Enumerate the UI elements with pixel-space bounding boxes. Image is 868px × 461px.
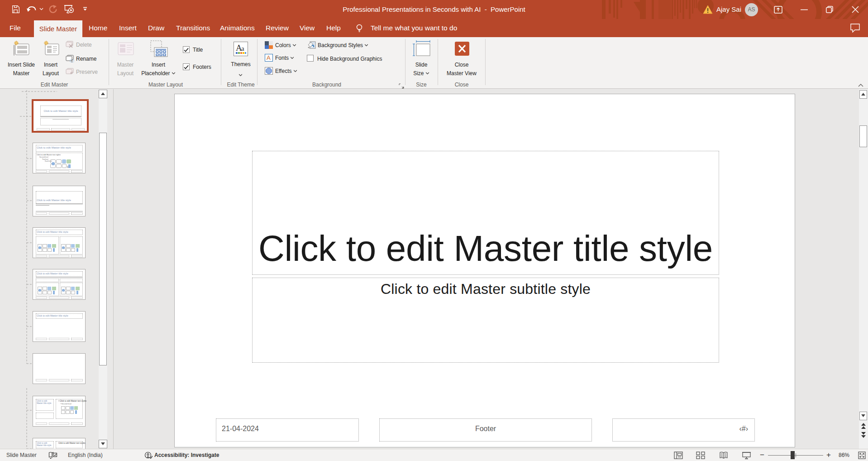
svg-text:a: a [241, 45, 244, 52]
svg-text:A: A [267, 54, 271, 61]
